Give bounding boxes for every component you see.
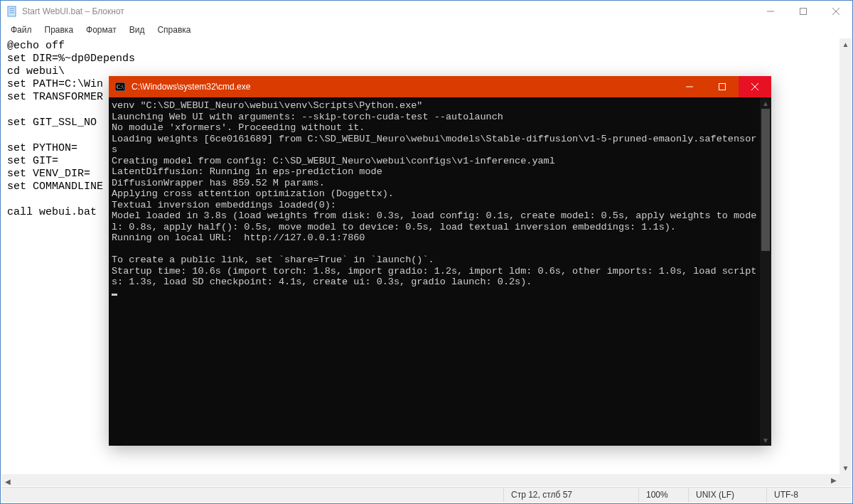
cmd-cursor [112,294,117,296]
menu-help[interactable]: Справка [151,23,196,36]
svg-text:C:\: C:\ [117,84,124,90]
scroll-right-icon[interactable]: ▶ [827,474,839,486]
cmd-body: venv "C:\SD_WEBUI_Neuro\webui\venv\Scrip… [109,97,771,446]
cmd-vertical-scrollbar[interactable]: ▲ ▼ [760,97,771,446]
cmd-output-text: venv "C:\SD_WEBUI_Neuro\webui\venv\Scrip… [112,100,756,287]
notepad-maximize-button[interactable] [787,1,820,22]
scroll-corner [839,474,852,486]
svg-rect-5 [800,9,807,15]
notepad-horizontal-scrollbar[interactable]: ◀ ▶ [1,474,839,486]
notepad-titlebar[interactable]: Start WebUI.bat – Блокнот [1,1,852,22]
notepad-app-icon [6,6,18,17]
cmd-title: C:\Windows\system32\cmd.exe [132,82,250,92]
cmd-minimize-button[interactable] [673,76,706,97]
svg-rect-11 [719,84,726,90]
menu-file[interactable]: Файл [5,23,38,36]
cmd-maximize-button[interactable] [706,76,739,97]
scroll-up-icon[interactable]: ▲ [839,38,852,50]
cmd-output[interactable]: venv "C:\SD_WEBUI_Neuro\webui\venv\Scrip… [112,100,758,299]
scroll-left-icon[interactable]: ◀ [1,476,14,488]
cmd-app-icon: C:\ [114,81,126,92]
scroll-down-icon[interactable]: ▼ [760,434,771,446]
status-encoding: UTF-8 [766,488,852,503]
cmd-titlebar[interactable]: C:\ C:\Windows\system32\cmd.exe [109,76,771,97]
notepad-vertical-scrollbar[interactable]: ▲ ▼ [839,38,852,474]
scroll-up-icon[interactable]: ▲ [760,97,771,109]
menu-edit[interactable]: Правка [39,23,80,36]
menu-view[interactable]: Вид [124,23,151,36]
cmd-window[interactable]: C:\ C:\Windows\system32\cmd.exe venv "C:… [109,76,771,446]
notepad-menubar: Файл Правка Формат Вид Справка [1,22,852,38]
notepad-title: Start WebUI.bat – Блокнот [22,6,124,16]
notepad-close-button[interactable] [820,1,852,22]
cmd-close-button[interactable] [739,76,771,97]
scroll-down-icon[interactable]: ▼ [839,462,852,474]
status-zoom: 100% [638,488,688,503]
svg-rect-0 [8,6,16,16]
menu-format[interactable]: Формат [80,23,122,36]
status-position: Стр 12, стлб 57 [503,488,638,503]
notepad-minimize-button[interactable] [754,1,787,22]
notepad-statusbar: Стр 12, стлб 57 100% UNIX (LF) UTF-8 [1,487,852,503]
status-eol: UNIX (LF) [688,488,766,503]
desktop: Start WebUI.bat – Блокнот Файл Правка Фо… [0,0,853,504]
scroll-thumb[interactable] [761,109,770,251]
